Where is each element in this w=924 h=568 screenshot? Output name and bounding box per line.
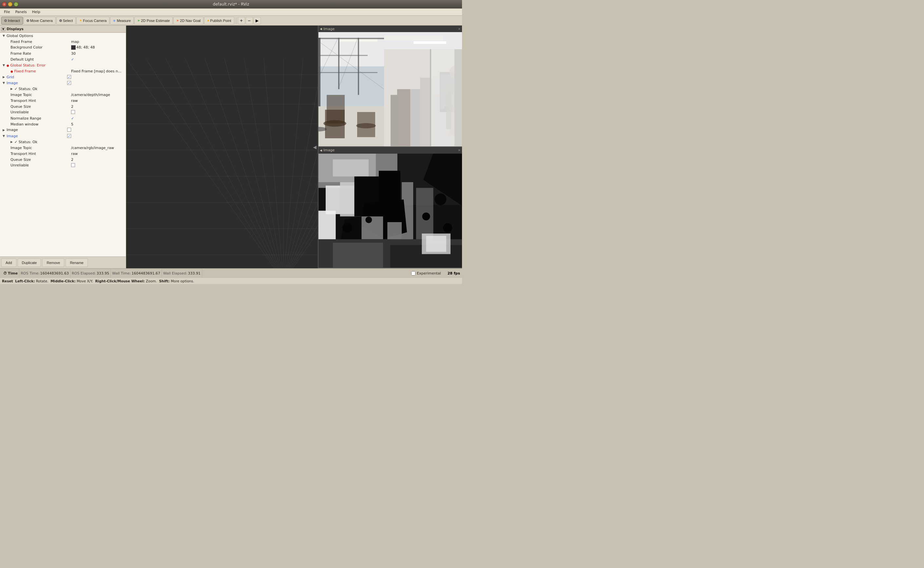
- default-light-row[interactable]: Default Light ✓: [0, 56, 126, 62]
- view-collapse-arrow[interactable]: ◀: [313, 145, 316, 150]
- select-icon: [59, 19, 62, 22]
- fps-display: 28 fps: [448, 271, 460, 275]
- menu-panels[interactable]: Panels: [12, 9, 29, 15]
- nav-goal-icon: ➤: [176, 19, 179, 22]
- grid-row[interactable]: ▶ Grid ✓: [0, 74, 126, 80]
- toolbar-arrow-button[interactable]: ▶: [254, 17, 261, 24]
- statusbar: ⏱ Time ROS Time: 1604483691.63 ROS Elaps…: [0, 268, 462, 278]
- minimize-button[interactable]: −: [8, 2, 12, 6]
- global-status-row[interactable]: ▼ ● Global Status: Error: [0, 62, 126, 68]
- window-title: default.rviz* - RViz: [213, 2, 250, 6]
- experimental-section: Experimental: [411, 271, 441, 275]
- interact-button[interactable]: Interact: [1, 17, 23, 24]
- median-window-row[interactable]: Median window 5: [0, 121, 126, 127]
- menu-file[interactable]: File: [1, 9, 12, 15]
- svg-rect-62: [454, 49, 462, 146]
- bottom-image-collapse-icon[interactable]: ◀: [320, 149, 322, 152]
- bottom-image-title: Image: [324, 148, 334, 152]
- bottom-image-close[interactable]: ✕: [458, 148, 461, 152]
- hintbar: Reset Left-Click: Rotate. Middle-Click: …: [0, 278, 462, 284]
- ros-time-section: ROS Time: 1604483691.63: [19, 269, 70, 278]
- fixed-frame-row[interactable]: Fixed Frame map: [0, 39, 126, 45]
- grid-canvas: [126, 26, 318, 268]
- svg-rect-63: [430, 49, 431, 146]
- move-camera-button[interactable]: Move Camera: [24, 17, 56, 24]
- bottom-image-content: [319, 154, 462, 268]
- transport-hint-rgb-row[interactable]: Transport Hint raw: [0, 151, 126, 157]
- image-topic-rgb-row[interactable]: Image Topic /camera/rgb/image_raw: [0, 145, 126, 151]
- svg-rect-48: [327, 95, 345, 124]
- displays-footer: Add Duplicate Remove Rename: [0, 257, 126, 268]
- menubar: File Panels Help: [0, 9, 462, 16]
- pose-estimate-button[interactable]: ➤ 2D Pose Estimate: [135, 17, 173, 24]
- svg-rect-80: [361, 216, 383, 239]
- rename-button[interactable]: Rename: [65, 258, 88, 267]
- transport-hint-depth-row[interactable]: Transport Hint raw: [0, 98, 126, 104]
- queue-size-depth-row[interactable]: Queue Size 2: [0, 104, 126, 109]
- image-rgb-checkbox[interactable]: ✓: [67, 134, 71, 138]
- svg-rect-32: [319, 38, 321, 118]
- select-button[interactable]: Select: [56, 17, 76, 24]
- menu-help[interactable]: Help: [29, 9, 43, 15]
- svg-rect-91: [426, 236, 446, 252]
- unreliable-depth-checkbox[interactable]: [71, 110, 75, 114]
- right-panel: ◀ Image ✕: [318, 26, 462, 268]
- titlebar: × − □ default.rviz* - RViz: [0, 0, 462, 9]
- remove-button[interactable]: Remove: [42, 258, 64, 267]
- top-image-title: Image: [324, 27, 334, 31]
- close-button[interactable]: ×: [2, 2, 6, 6]
- top-image-collapse-icon[interactable]: ◀: [320, 27, 322, 30]
- unreliable-rgb-checkbox[interactable]: [71, 163, 75, 167]
- image-rgb-row[interactable]: ▼ Image ✓: [0, 133, 126, 139]
- toolbar-plus-button[interactable]: +: [238, 17, 245, 24]
- fixed-frame-error-row[interactable]: ● Fixed Frame Fixed Frame [map] does n..…: [0, 68, 126, 74]
- ros-elapsed-section: ROS Elapsed: 333.95: [70, 269, 111, 278]
- image-rgb-status-row: ▶ ✓ Status: Ok: [0, 139, 126, 145]
- displays-toggle[interactable]: ▼: [1, 27, 5, 31]
- svg-rect-35: [358, 38, 359, 95]
- image-depth-row[interactable]: ▼ Image ✓: [0, 80, 126, 86]
- time-section[interactable]: ⏱ Time: [2, 269, 19, 278]
- focus-camera-icon: ✦: [79, 19, 82, 22]
- toolbar-minus-button[interactable]: −: [246, 17, 253, 24]
- unreliable-depth-row[interactable]: Unreliable: [0, 109, 126, 115]
- pose-estimate-icon: ➤: [137, 19, 140, 22]
- duplicate-button[interactable]: Duplicate: [18, 258, 41, 267]
- global-options-row[interactable]: ▼ Global Options: [0, 33, 126, 39]
- focus-camera-button[interactable]: ✦ Focus Camera: [76, 17, 109, 24]
- image-depth-checkbox[interactable]: ✓: [67, 81, 71, 85]
- svg-rect-60: [397, 89, 410, 146]
- displays-panel: ▼ Displays ▼ Global Options Fixed Frame …: [0, 26, 126, 268]
- top-image-content: [319, 32, 462, 147]
- svg-rect-67: [333, 159, 369, 176]
- wall-time-section: Wall Time: 1604483691.67: [111, 269, 162, 278]
- svg-rect-50: [357, 112, 375, 137]
- normalize-range-row[interactable]: Normalize Range ✓: [0, 115, 126, 121]
- displays-tree[interactable]: ▼ Global Options Fixed Frame map Backgro…: [0, 33, 126, 257]
- maximize-button[interactable]: □: [14, 2, 18, 6]
- top-image-close[interactable]: ✕: [458, 27, 461, 31]
- svg-rect-34: [338, 38, 339, 89]
- queue-size-rgb-row[interactable]: Queue Size 2: [0, 157, 126, 162]
- top-image-svg: [319, 32, 462, 147]
- displays-header: ▼ Displays: [0, 26, 126, 33]
- svg-point-87: [422, 212, 430, 220]
- measure-button[interactable]: ◈ Measure: [110, 17, 134, 24]
- unreliable-rgb-row[interactable]: Unreliable: [0, 162, 126, 168]
- experimental-checkbox[interactable]: [411, 271, 416, 275]
- publish-point-button[interactable]: ● Publish Point: [204, 17, 234, 24]
- top-image-panel: ◀ Image ✕: [319, 26, 462, 147]
- toolbar-separator: [236, 17, 236, 24]
- image-unchecked-checkbox[interactable]: [67, 128, 71, 132]
- image-topic-depth-row[interactable]: Image Topic /camera/depth/image: [0, 92, 126, 98]
- grid-checkbox[interactable]: ✓: [67, 75, 71, 79]
- top-image-header: ◀ Image ✕: [319, 26, 462, 32]
- add-button[interactable]: Add: [1, 258, 17, 267]
- nav-goal-button[interactable]: ➤ 2D Nav Goal: [173, 17, 204, 24]
- 3d-view[interactable]: ◀: [126, 26, 318, 268]
- image-unchecked-row[interactable]: ▶ Image: [0, 127, 126, 133]
- frame-rate-row[interactable]: Frame Rate 30: [0, 50, 126, 56]
- background-color-row[interactable]: Background Color 48; 48; 48: [0, 45, 126, 50]
- bg-color-swatch: [71, 45, 76, 50]
- interact-icon: [4, 19, 7, 22]
